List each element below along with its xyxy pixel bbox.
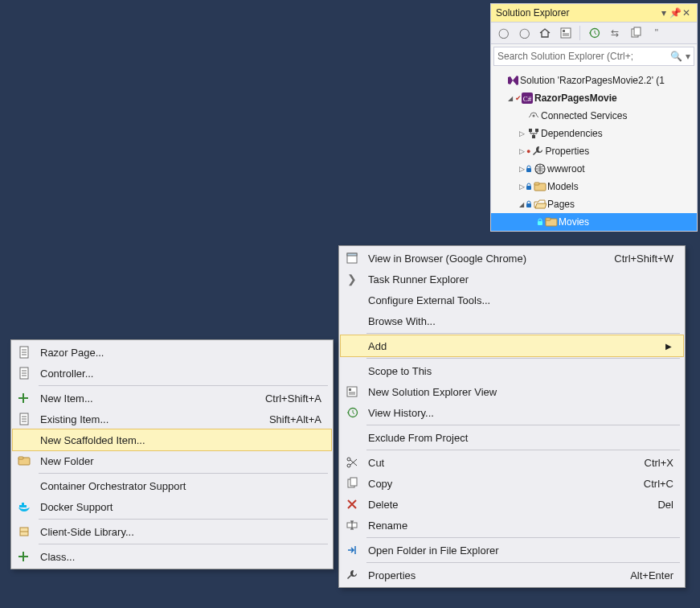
tree-label: Solution 'RazorPagesMovie2.2' (1 — [520, 75, 665, 86]
refresh-button[interactable] — [585, 24, 603, 42]
home-button[interactable] — [536, 24, 554, 42]
solution-explorer-title: Solution Explorer — [496, 7, 569, 18]
submenu-class[interactable]: Class... — [13, 546, 331, 567]
history-icon — [344, 405, 360, 421]
overflow-button[interactable]: " — [648, 24, 665, 42]
tree-label: Pages — [547, 199, 575, 210]
menu-add[interactable]: Add ▶ — [341, 335, 683, 356]
csharp-icon — [520, 92, 534, 105]
tree-connected-services[interactable]: Connected Services — [491, 107, 697, 125]
folder-icon — [533, 180, 547, 193]
tree-pages[interactable]: Pages — [491, 195, 697, 213]
pin-icon[interactable]: 📌 — [669, 7, 681, 18]
doc-icon — [16, 344, 32, 360]
menu-view-history[interactable]: View History... — [341, 402, 683, 423]
back-button[interactable]: ◯ — [494, 24, 512, 42]
menu-configure-tools[interactable]: Configure External Tools... — [341, 290, 683, 310]
wrench-icon — [344, 567, 360, 583]
wrench-icon — [530, 145, 545, 158]
globe-icon — [533, 162, 547, 175]
submenu-new-item[interactable]: New Item... Ctrl+Shift+A — [13, 388, 331, 409]
submenu-client-side-library[interactable]: Client-Side Library... — [13, 521, 331, 542]
tree-properties[interactable]: ● Properties — [491, 142, 697, 160]
doc-icon — [16, 365, 32, 381]
connected-icon — [526, 109, 541, 122]
library-icon — [16, 524, 32, 540]
tree-label: Properties — [545, 146, 589, 157]
class-icon — [16, 548, 32, 565]
submenu-controller[interactable]: Controller... — [13, 363, 331, 384]
chevron-right-icon: ❯ — [344, 271, 360, 287]
submenu-new-scaffolded-item[interactable]: New Scaffolded Item... — [13, 429, 331, 450]
tree-movies[interactable]: Movies — [491, 213, 697, 231]
solution-explorer-panel: Solution Explorer ▾ 📌 ✕ ◯ ◯ ⇆ " Search S… — [490, 3, 698, 232]
menu-scope-to-this[interactable]: Scope to This — [341, 360, 683, 381]
menu-browse-with[interactable]: Browse With... — [341, 310, 683, 331]
padlock-icon — [538, 218, 544, 226]
menu-properties[interactable]: Properties Alt+Enter — [341, 565, 683, 585]
submenu-razor-page[interactable]: Razor Page... — [13, 342, 331, 363]
menu-view-in-browser[interactable]: View in Browser (Google Chrome) Ctrl+Shi… — [341, 248, 683, 269]
existing-item-icon — [16, 411, 32, 427]
solution-tree: Solution 'RazorPagesMovie2.2' (1 ✔ Razor… — [491, 68, 697, 231]
solution-explorer-toolbar: ◯ ◯ ⇆ " — [491, 22, 697, 44]
tree-label: Dependencies — [541, 128, 603, 139]
scissors-icon — [344, 454, 360, 470]
tree-models[interactable]: Models — [491, 178, 697, 195]
menu-exclude[interactable]: Exclude From Project — [341, 427, 683, 448]
tree-label: wwwroot — [547, 163, 585, 175]
submenu-existing-item[interactable]: Existing Item... Shift+Alt+A — [13, 409, 331, 429]
browser-icon — [344, 250, 360, 266]
solution-explorer-titlebar: Solution Explorer ▾ 📌 ✕ — [491, 4, 697, 22]
search-placeholder: Search Solution Explorer (Ctrl+; — [497, 51, 670, 62]
dropdown-icon[interactable]: ▾ — [658, 7, 669, 18]
new-item-icon — [16, 390, 32, 406]
menu-cut[interactable]: Cut Ctrl+X — [341, 452, 683, 473]
add-submenu: Razor Page... Controller... New Item... … — [10, 339, 334, 569]
docker-icon — [16, 499, 32, 515]
menu-copy[interactable]: Copy Ctrl+C — [341, 473, 683, 494]
rename-icon — [344, 517, 360, 533]
tree-project[interactable]: ✔ RazorPagesMovie — [491, 89, 697, 107]
submenu-container-orchestrator[interactable]: Container Orchestrator Support — [13, 475, 331, 496]
tree-solution[interactable]: Solution 'RazorPagesMovie2.2' (1 — [491, 72, 697, 89]
dependencies-icon — [526, 127, 541, 140]
menu-new-solution-view[interactable]: New Solution Explorer View — [341, 381, 683, 402]
copy-icon — [344, 475, 360, 491]
search-icon: 🔍 — [670, 51, 682, 62]
delete-icon — [344, 496, 360, 512]
solution-view-icon — [344, 384, 360, 400]
forward-button[interactable]: ◯ — [515, 24, 533, 42]
submenu-docker-support[interactable]: Docker Support — [13, 496, 331, 517]
collapse-button[interactable]: ⇆ — [606, 24, 624, 42]
sync-button[interactable] — [557, 24, 575, 42]
close-icon[interactable]: ✕ — [681, 7, 692, 18]
padlock-icon — [526, 200, 533, 208]
context-menu: View in Browser (Google Chrome) Ctrl+Shi… — [338, 245, 686, 588]
tree-wwwroot[interactable]: wwwroot — [491, 160, 697, 178]
open-folder-icon — [344, 542, 360, 558]
search-dropdown-icon[interactable]: ▾ — [686, 51, 690, 62]
tree-label: RazorPagesMovie — [534, 92, 617, 104]
menu-open-in-explorer[interactable]: Open Folder in File Explorer — [341, 540, 683, 561]
menu-delete[interactable]: Delete Del — [341, 494, 683, 515]
solution-explorer-search[interactable]: Search Solution Explorer (Ctrl+; 🔍 ▾ — [493, 47, 694, 66]
folder-open-icon — [533, 198, 547, 211]
tree-label: Movies — [559, 216, 589, 228]
submenu-new-folder[interactable]: New Folder — [13, 450, 331, 471]
tree-label: Connected Services — [541, 110, 627, 121]
menu-task-runner[interactable]: ❯ Task Runner Explorer — [341, 269, 683, 290]
padlock-icon — [526, 165, 533, 173]
tree-dependencies[interactable]: Dependencies — [491, 125, 697, 142]
submenu-arrow-icon: ▶ — [665, 342, 673, 351]
padlock-icon — [526, 183, 533, 191]
vs-icon — [506, 74, 520, 87]
tree-label: Models — [547, 181, 579, 192]
new-folder-icon — [16, 453, 32, 469]
folder-icon — [544, 216, 559, 228]
show-all-button[interactable] — [627, 24, 645, 42]
menu-rename[interactable]: Rename — [341, 515, 683, 536]
